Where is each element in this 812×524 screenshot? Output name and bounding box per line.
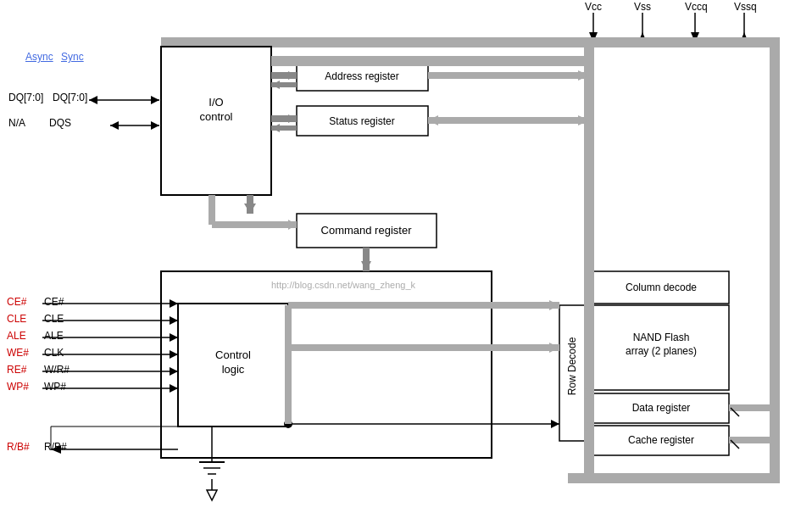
svg-text:http://blog.csdn.net/wang_zhen: http://blog.csdn.net/wang_zheng_k — [271, 280, 416, 290]
svg-marker-44 — [110, 121, 119, 130]
dqs-label: DQS — [49, 117, 71, 129]
re-label1: RE# — [7, 364, 26, 376]
svg-marker-61 — [244, 203, 256, 214]
svg-marker-52 — [271, 124, 280, 132]
rb-label2: R/B# — [44, 441, 67, 453]
dq-async-label: DQ[7:0] — [8, 92, 43, 103]
svg-marker-86 — [551, 420, 559, 428]
we-label1: WE# — [7, 347, 29, 359]
svg-marker-59 — [428, 115, 438, 125]
sync-label[interactable]: Sync — [61, 51, 84, 63]
async-label[interactable]: Async — [25, 51, 53, 63]
svg-text:Address register: Address register — [325, 70, 398, 82]
dq-sync-label: DQ[7:0] — [53, 92, 87, 103]
ale-label2: ALE — [44, 330, 64, 342]
re-label2: W/R# — [44, 364, 70, 376]
cle-label1: CLE — [7, 313, 26, 325]
svg-marker-48 — [271, 81, 280, 89]
na-label: N/A — [8, 117, 25, 129]
svg-marker-64 — [288, 220, 297, 230]
we-label2: CLK — [44, 347, 64, 359]
svg-text:Vcc: Vcc — [585, 1, 602, 13]
svg-text:I/O: I/O — [209, 96, 223, 109]
cle-label2: CLE — [44, 313, 64, 325]
svg-marker-40 — [151, 96, 159, 104]
svg-text:Vssq: Vssq — [734, 1, 757, 13]
svg-text:Column decode: Column decode — [626, 282, 697, 293]
diagram-container: Vcc Vss Vccq Vssq I/O control Address re… — [0, 0, 812, 524]
svg-text:Status register: Status register — [329, 115, 394, 127]
svg-text:Command register: Command register — [321, 224, 413, 237]
svg-text:Cache register: Cache register — [628, 434, 694, 446]
rb-label1: R/B# — [7, 441, 30, 453]
wp-label2: WP# — [44, 381, 66, 393]
wp-label1: WP# — [7, 381, 29, 393]
ce-label1: CE# — [7, 296, 26, 308]
ce-label2: CE# — [44, 296, 64, 308]
svg-text:control: control — [199, 110, 232, 123]
svg-text:Data register: Data register — [632, 402, 691, 414]
svg-text:logic: logic — [222, 363, 245, 376]
svg-marker-43 — [151, 121, 159, 130]
svg-text:NAND Flash: NAND Flash — [633, 332, 690, 343]
svg-marker-83 — [549, 343, 559, 353]
svg-text:array (2 planes): array (2 planes) — [626, 345, 697, 357]
svg-marker-41 — [89, 96, 97, 104]
svg-text:Row Decode: Row Decode — [566, 337, 578, 395]
svg-text:Vss: Vss — [634, 1, 651, 13]
svg-marker-66 — [361, 261, 371, 271]
main-diagram-svg: Vcc Vss Vccq Vssq I/O control Address re… — [0, 0, 812, 524]
svg-marker-81 — [549, 300, 559, 310]
svg-text:Vccq: Vccq — [685, 1, 708, 13]
svg-text:Control: Control — [215, 348, 251, 361]
ale-label1: ALE — [7, 330, 26, 342]
svg-marker-103 — [207, 490, 217, 500]
